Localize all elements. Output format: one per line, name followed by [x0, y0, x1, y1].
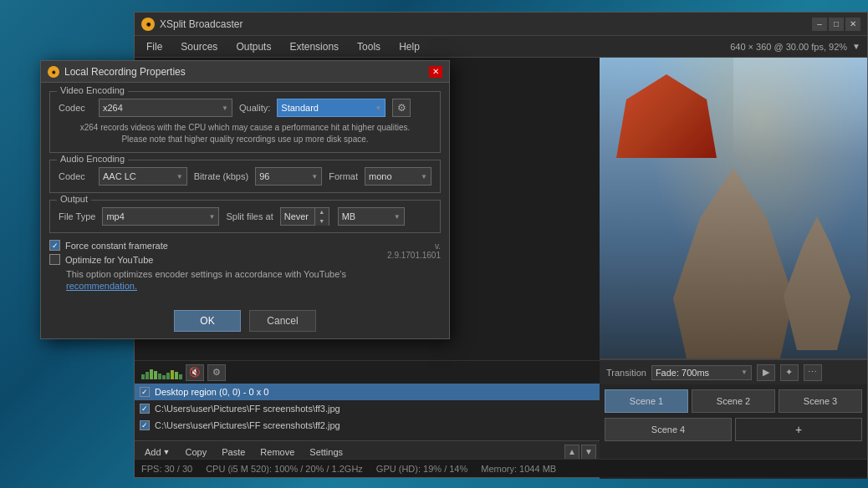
- bitrate-arrow: ▼: [311, 173, 318, 180]
- unit-arrow: ▼: [394, 213, 401, 221]
- quality-arrow: ▼: [375, 104, 381, 112]
- audio-encoding-section: Audio Encoding Codec AAC LC ▼ Bitrate (k…: [49, 160, 441, 193]
- dialog-title-bar: ◉ Local Recording Properties ✕: [41, 61, 449, 83]
- output-row: File Type mp4 ▼ Split files at Never ▲ ▼: [59, 207, 431, 226]
- dialog-close-button[interactable]: ✕: [429, 66, 442, 78]
- quality-label: Quality:: [239, 103, 270, 113]
- bitrate-select[interactable]: 96 ▼: [255, 167, 322, 186]
- optimize-youtube-label: Optimize for YouTube: [65, 255, 153, 265]
- codec-arrow: ▼: [222, 104, 228, 112]
- quality-select[interactable]: Standard ▼: [277, 99, 385, 117]
- dialog-overlay: ◉ Local Recording Properties ✕ Video Enc…: [0, 0, 868, 488]
- force-framerate-checkbox[interactable]: ✓: [49, 240, 60, 251]
- local-recording-dialog: ◉ Local Recording Properties ✕ Video Enc…: [40, 60, 450, 339]
- audio-codec-select[interactable]: AAC LC ▼: [99, 167, 187, 186]
- optimize-youtube-row: Optimize for YouTube: [49, 254, 385, 265]
- optimize-description: This option optimizes encoder settings i…: [49, 268, 385, 292]
- dialog-content: Video Encoding Codec x264 ▼ Quality: Sta…: [41, 83, 449, 303]
- cancel-button[interactable]: Cancel: [249, 310, 316, 332]
- checkboxes-area: ✓ Force constant framerate Optimize for …: [49, 240, 385, 292]
- output-section: Output File Type mp4 ▼ Split files at Ne…: [49, 200, 441, 233]
- codec-row: Codec x264 ▼ Quality: Standard ▼ ⚙: [59, 99, 431, 117]
- split-increment[interactable]: ▲: [315, 208, 329, 216]
- ok-button[interactable]: OK: [174, 310, 241, 332]
- video-info-text: x264 records videos with the CPU which m…: [59, 122, 431, 145]
- dialog-title: Local Recording Properties: [64, 66, 424, 78]
- audio-codec-label: Codec: [59, 171, 92, 181]
- video-encoding-label: Video Encoding: [57, 85, 128, 95]
- optimize-youtube-checkbox[interactable]: [49, 254, 60, 265]
- video-settings-button[interactable]: ⚙: [392, 99, 411, 117]
- version-text: v. 2.9.1701.1601: [385, 240, 441, 260]
- split-decrement[interactable]: ▼: [315, 216, 329, 226]
- output-label: Output: [57, 194, 91, 204]
- audio-codec-arrow: ▼: [176, 173, 183, 180]
- audio-encoding-label: Audio Encoding: [57, 154, 128, 164]
- format-label: Format: [329, 171, 358, 181]
- codec-label: Codec: [59, 103, 92, 113]
- unit-select[interactable]: MB ▼: [338, 207, 405, 226]
- split-value: Never: [281, 211, 314, 221]
- dialog-logo: ◉: [48, 66, 59, 78]
- file-type-arrow: ▼: [209, 213, 216, 221]
- split-label: Split files at: [226, 211, 273, 221]
- recommendation-link[interactable]: recommendation.: [66, 281, 137, 291]
- file-type-label: File Type: [59, 211, 95, 221]
- force-framerate-label: Force constant framerate: [65, 241, 168, 251]
- force-framerate-row: ✓ Force constant framerate: [49, 240, 385, 251]
- codec-select[interactable]: x264 ▼: [99, 99, 232, 117]
- dialog-buttons: OK Cancel: [41, 303, 449, 338]
- format-select[interactable]: mono ▼: [365, 167, 431, 186]
- bitrate-label: Bitrate (kbps): [194, 171, 248, 181]
- audio-codec-row: Codec AAC LC ▼ Bitrate (kbps) 96 ▼ Forma…: [59, 167, 431, 186]
- video-encoding-section: Video Encoding Codec x264 ▼ Quality: Sta…: [49, 91, 441, 153]
- file-type-select[interactable]: mp4 ▼: [102, 207, 219, 226]
- format-arrow: ▼: [421, 173, 427, 180]
